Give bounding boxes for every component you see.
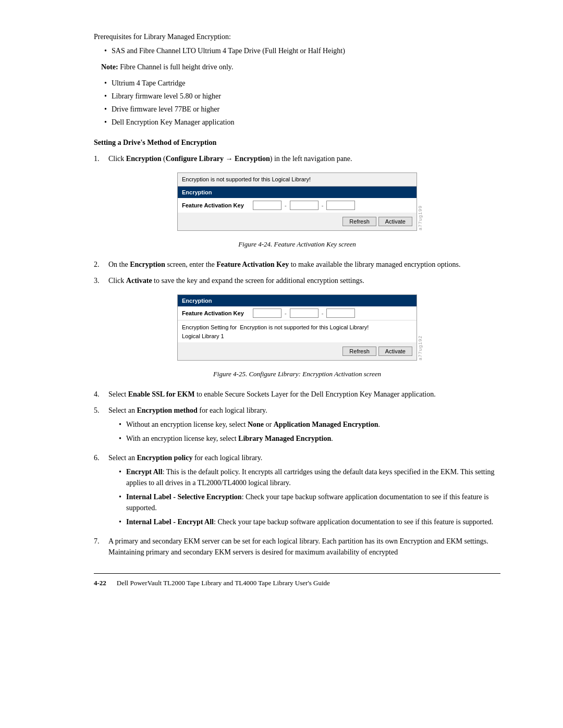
step-4-text: Select Enable SSL for EKM to enable Secu…: [108, 389, 436, 400]
step-4-num: 4.: [94, 389, 104, 400]
prereq-intro: Prerequisites for Library Managed Encryp…: [94, 31, 500, 42]
step-3-text: Click Activate to save the key and expan…: [108, 275, 364, 286]
note-bullet-3: Drive firmware level 77BE or higher: [104, 104, 500, 115]
figure-25-caption: Figure 4-25. Configure Library: Encrypti…: [94, 369, 500, 379]
watermark-1: a77ug199: [417, 189, 424, 230]
note-bullet-1: Ultrium 4 Tape Cartridge: [104, 78, 500, 89]
page-footer: 4-22 Dell PowerVault TL2000 Tape Library…: [94, 573, 500, 588]
step-5-sub-1: Without an encryption license key, selec…: [119, 419, 380, 430]
fak-input5[interactable]: [290, 309, 319, 318]
step-6: 6. Select an Encryption policy for each …: [94, 452, 500, 530]
step-5: 5. Select an Encryption method for each …: [94, 405, 500, 447]
step-2-text: On the Encryption screen, enter the Feat…: [108, 259, 460, 270]
step-2: 2. On the Encryption screen, enter the F…: [94, 259, 500, 270]
page-number: 4-22: [94, 578, 106, 588]
button-row-2: Refresh Activate: [178, 342, 417, 360]
enc-setting-row: Encryption Setting forLogical Library 1 …: [178, 320, 417, 342]
step-5-sub-bullets: Without an encryption license key, selec…: [119, 419, 380, 444]
fak-row-1: Feature Activation Key - -: [178, 198, 417, 213]
step-4: 4. Select Enable SSL for EKM to enable S…: [94, 389, 500, 400]
refresh-button-1[interactable]: Refresh: [342, 217, 376, 226]
step-3: 3. Click Activate to save the key and ex…: [94, 275, 500, 286]
note-block: Note: Fibre Channel is full height drive…: [94, 61, 500, 72]
step-7: 7. A primary and secondary EKM server ca…: [94, 536, 500, 558]
steps-2-3: 2. On the Encryption screen, enter the F…: [94, 259, 500, 286]
note-bullet-2: Library firmware level 5.80 or higher: [104, 91, 500, 102]
fak-input4[interactable]: [253, 309, 282, 318]
note-body: Fibre Channel is full height drive only.: [118, 63, 234, 71]
note-bullets: Ultrium 4 Tape Cartridge Library firmwar…: [104, 78, 500, 128]
note-bullet-4: Dell Encryption Key Manager application: [104, 117, 500, 128]
activate-button-1[interactable]: Activate: [378, 217, 412, 226]
numbered-steps: 1. Click Encryption (Configure Library →…: [94, 153, 500, 164]
fak-input1[interactable]: [253, 201, 282, 210]
step-6-sub-1: Encrypt All: This is the default policy.…: [119, 466, 500, 488]
enc-setting-label: Encryption Setting forLogical Library 1: [182, 323, 237, 340]
step-2-num: 2.: [94, 259, 104, 270]
fak-input2[interactable]: [290, 201, 319, 210]
footer-text: Dell PowerVault TL2000 Tape Library and …: [117, 578, 330, 588]
prereq-bullet-1: SAS and Fibre Channel LTO Ultrium 4 Tape…: [104, 45, 500, 56]
step-6-num: 6.: [94, 452, 104, 530]
ui-section-title-1: Encryption: [178, 187, 417, 199]
note-label: Note:: [101, 63, 118, 71]
activate-button-2[interactable]: Activate: [378, 347, 412, 356]
step-5-sub-2: With an encryption license key, select L…: [119, 433, 380, 444]
prereq-block: Prerequisites for Library Managed Encryp…: [94, 31, 500, 128]
prereq-bullet-list: SAS and Fibre Channel LTO Ultrium 4 Tape…: [104, 45, 500, 56]
fak-input6[interactable]: [326, 309, 355, 318]
refresh-button-2[interactable]: Refresh: [342, 347, 376, 356]
ui-box-1: Encryption is not supported for this Log…: [177, 172, 417, 231]
step-6-text: Select an Encryption policy for each log…: [108, 452, 500, 530]
watermark-2: a77ug192: [417, 300, 424, 361]
ui-box-2: Encryption Feature Activation Key - - En…: [177, 294, 417, 361]
section-heading: Setting a Drive's Method of Encryption: [94, 137, 500, 148]
fak-row-2: Feature Activation Key - -: [178, 306, 417, 320]
step-7-num: 7.: [94, 536, 104, 558]
fak-label-1: Feature Activation Key: [182, 201, 250, 210]
error-bar-1: Encryption is not supported for this Log…: [178, 173, 417, 187]
step-3-num: 3.: [94, 275, 104, 286]
enc-setting-value: Encryption is not supported for this Log…: [240, 323, 369, 332]
figure-24-caption: Figure 4-24. Feature Activation Key scre…: [94, 239, 500, 250]
fak-label-2: Feature Activation Key: [182, 309, 250, 318]
step-1: 1. Click Encryption (Configure Library →…: [94, 153, 500, 164]
ui-section-title-2: Encryption: [178, 295, 417, 307]
steps-4-7: 4. Select Enable SSL for EKM to enable S…: [94, 389, 500, 558]
step-1-num: 1.: [94, 153, 104, 164]
step-5-text: Select an Encryption method for each log…: [108, 405, 380, 447]
step-1-text: Click Encryption (Configure Library → En…: [108, 153, 352, 164]
step-5-num: 5.: [94, 405, 104, 447]
step-6-sub-bullets: Encrypt All: This is the default policy.…: [119, 466, 500, 527]
step-6-sub-2: Internal Label - Selective Encryption: C…: [119, 491, 500, 513]
step-7-text: A primary and secondary EKM server can b…: [108, 536, 500, 558]
button-row-1: Refresh Activate: [178, 213, 417, 230]
note-text: Note: Fibre Channel is full height drive…: [94, 61, 500, 72]
step-6-sub-3: Internal Label - Encrypt All: Check your…: [119, 516, 500, 527]
fak-input3[interactable]: [326, 201, 355, 210]
